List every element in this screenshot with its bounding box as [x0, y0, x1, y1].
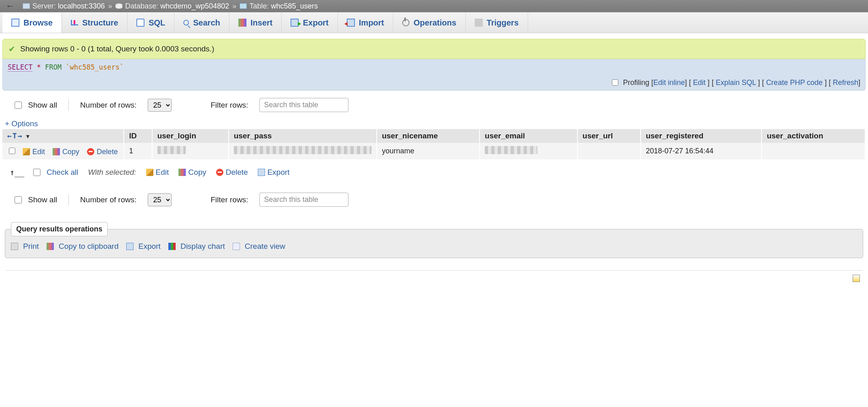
bulk-copy[interactable]: Copy: [178, 168, 206, 177]
col-user-email[interactable]: user_email: [480, 129, 577, 143]
import-icon: [347, 19, 355, 27]
op-export[interactable]: Export: [126, 242, 161, 251]
op-print[interactable]: Print: [11, 242, 39, 251]
tab-label: Structure: [82, 18, 118, 28]
bookmark-icon[interactable]: [853, 275, 860, 282]
edit-inline-link[interactable]: Edit inline: [653, 78, 685, 87]
edit-link[interactable]: Edit: [693, 78, 706, 87]
filter-input[interactable]: [259, 98, 348, 112]
show-all-text: Show all: [28, 195, 57, 204]
tab-operations[interactable]: Operations: [393, 13, 466, 33]
tab-structure[interactable]: Structure: [62, 13, 127, 33]
filter-label: Filter rows:: [210, 101, 248, 110]
tab-triggers[interactable]: Triggers: [466, 13, 528, 33]
browse-icon: [11, 19, 19, 27]
operations-icon: [402, 19, 410, 26]
crumb-sep-icon: »: [232, 2, 236, 11]
filter-input[interactable]: [259, 193, 348, 207]
explain-link[interactable]: Explain SQL: [716, 78, 756, 87]
sort-arrows-icon[interactable]: ←T→: [7, 131, 23, 140]
refresh-link[interactable]: Refresh: [833, 78, 858, 87]
bulk-actions: ↑__ Check all With selected: Edit Copy D…: [2, 159, 866, 185]
copy-icon: [178, 169, 186, 176]
tab-label: Browse: [23, 18, 53, 28]
col-id[interactable]: ID: [124, 129, 152, 143]
edit-icon: [23, 148, 30, 155]
profiling-label: Profiling: [623, 78, 649, 87]
up-arrow-icon: ↑__: [10, 167, 22, 177]
cell-user-activation: [762, 143, 865, 159]
create-php-link[interactable]: Create PHP code: [766, 78, 823, 87]
col-user-activation[interactable]: user_activation: [762, 129, 865, 143]
sql-select: SELECT: [8, 63, 32, 72]
op-create-view[interactable]: Create view: [233, 242, 285, 251]
tab-import[interactable]: Import: [338, 13, 393, 33]
export-icon: [291, 19, 299, 27]
check-icon: ✔: [8, 44, 15, 54]
success-text: Showing rows 0 - 0 (1 total, Query took …: [20, 45, 214, 53]
check-all-label[interactable]: Check all: [32, 167, 78, 177]
divider: [68, 194, 69, 206]
back-button[interactable]: ←: [3, 0, 17, 12]
options-toggle[interactable]: + Options: [2, 119, 866, 128]
op-copy-clipboard[interactable]: Copy to clipboard: [47, 242, 119, 251]
table-value[interactable]: whc585_users: [271, 2, 318, 11]
database-label: Database:: [125, 2, 158, 11]
sql-table: `whc585_users`: [66, 63, 123, 71]
triggers-icon: [475, 19, 483, 27]
num-rows-select[interactable]: 25: [148, 99, 172, 112]
col-user-registered[interactable]: user_registered: [641, 129, 762, 143]
tab-label: SQL: [149, 18, 165, 28]
export-icon: [258, 169, 265, 176]
search-icon: [183, 20, 189, 25]
bulk-edit[interactable]: Edit: [146, 168, 169, 177]
cell-id: 1: [124, 143, 152, 159]
database-icon: [115, 3, 123, 9]
check-all-checkbox[interactable]: [33, 169, 40, 176]
profiling-checkbox[interactable]: [612, 79, 618, 86]
cell-user-nicename: yourname: [377, 143, 480, 159]
with-selected-label: With selected:: [88, 168, 136, 177]
sql-icon: [136, 19, 144, 27]
tab-sql[interactable]: SQL: [127, 13, 174, 33]
footer-divider: [6, 270, 862, 271]
tab-label: Search: [193, 18, 220, 28]
table-icon: [240, 3, 247, 9]
op-display-chart[interactable]: Display chart: [168, 242, 225, 251]
sort-caret-icon[interactable]: ▼: [25, 133, 31, 140]
filter-label: Filter rows:: [210, 195, 248, 204]
divider: [68, 100, 69, 111]
sql-actions: Profiling [Edit inline] [ Edit ] [ Expla…: [8, 78, 860, 87]
row-copy[interactable]: Copy: [53, 148, 79, 156]
tab-search[interactable]: Search: [174, 13, 229, 33]
print-icon: [11, 243, 18, 250]
delete-icon: [87, 148, 94, 155]
ops-legend: Query results operations: [11, 222, 108, 236]
tab-export[interactable]: Export: [282, 13, 337, 33]
col-user-url[interactable]: user_url: [577, 129, 641, 143]
col-user-nicename[interactable]: user_nicename: [377, 129, 480, 143]
tab-insert[interactable]: Insert: [229, 13, 282, 33]
tab-browse[interactable]: Browse: [2, 13, 62, 33]
show-all-checkbox[interactable]: [15, 102, 22, 109]
row-checkbox[interactable]: [9, 148, 15, 154]
col-user-login[interactable]: user_login: [152, 129, 229, 143]
row-delete[interactable]: Delete: [87, 148, 118, 156]
show-all-label[interactable]: Show all: [13, 195, 57, 205]
server-value[interactable]: localhost:3306: [58, 2, 105, 11]
row-actions-cell: Edit Copy Delete: [2, 143, 124, 159]
table-label: Table:: [249, 2, 269, 11]
row-edit[interactable]: Edit: [23, 148, 45, 156]
database-value[interactable]: whcdemo_wp504802: [160, 2, 229, 11]
bulk-export[interactable]: Export: [258, 168, 290, 177]
view-icon: [233, 243, 240, 250]
num-rows-select[interactable]: 25: [148, 193, 172, 206]
cell-user-url: [577, 143, 641, 159]
show-all-checkbox[interactable]: [15, 196, 22, 204]
server-label: Server:: [32, 2, 56, 11]
tab-label: Insert: [250, 18, 272, 28]
show-all-label[interactable]: Show all: [13, 100, 57, 110]
col-user-pass[interactable]: user_pass: [229, 129, 377, 143]
bulk-delete[interactable]: Delete: [216, 168, 248, 177]
check-all-text: Check all: [47, 168, 78, 176]
